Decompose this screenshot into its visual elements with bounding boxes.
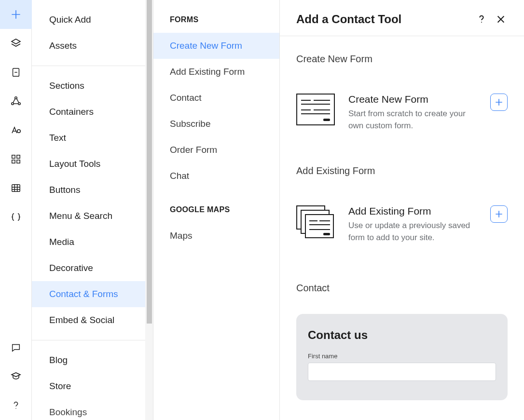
svg-rect-8 xyxy=(16,160,19,163)
rail-data[interactable] xyxy=(0,174,32,203)
contact-preview-field xyxy=(308,363,496,381)
card-desc: Start from scratch to create your own cu… xyxy=(348,108,477,132)
add-create-new-form-button[interactable] xyxy=(490,94,508,111)
apps-icon xyxy=(11,154,21,164)
rail-help[interactable] xyxy=(0,391,32,420)
svg-rect-27 xyxy=(323,233,330,235)
svg-point-3 xyxy=(18,103,20,105)
category-embed-social[interactable]: Embed & Social xyxy=(32,307,153,333)
detail-panel: Add a Contact Tool Create New Form xyxy=(280,0,524,420)
typography-icon xyxy=(10,124,22,136)
card-desc: Use or update a previously saved form to… xyxy=(348,220,477,244)
svg-point-11 xyxy=(481,22,482,23)
sub-contact[interactable]: Contact xyxy=(153,85,279,111)
question-icon xyxy=(11,400,21,411)
rail-share[interactable] xyxy=(0,87,32,116)
category-store[interactable]: Store xyxy=(32,373,153,399)
svg-rect-6 xyxy=(16,155,19,158)
rail-typography[interactable] xyxy=(0,116,32,145)
rail-learn[interactable] xyxy=(0,362,32,391)
add-existing-form-button[interactable] xyxy=(490,205,508,223)
svg-rect-5 xyxy=(12,155,14,158)
category-decorative[interactable]: Decorative xyxy=(32,255,153,281)
help-button[interactable] xyxy=(475,13,488,26)
rail-pages[interactable] xyxy=(0,58,32,87)
svg-rect-19 xyxy=(323,119,330,121)
svg-point-10 xyxy=(15,408,16,408)
card-title: Add Existing Form xyxy=(348,205,477,217)
layers-icon xyxy=(10,38,22,49)
sub-add-existing-form[interactable]: Add Existing Form xyxy=(153,59,279,85)
sub-subscribe[interactable]: Subscribe xyxy=(153,111,279,137)
existing-form-thumbnail-icon xyxy=(296,205,335,237)
share-icon xyxy=(10,95,22,107)
rail-chat[interactable] xyxy=(0,333,32,362)
contact-form-preview[interactable]: Contact us First name xyxy=(296,314,508,400)
section-title-existing: Add Existing Form xyxy=(296,165,508,176)
category-contact-forms[interactable]: Contact & Forms xyxy=(32,281,153,307)
sub-order-form[interactable]: Order Form xyxy=(153,137,279,163)
scrollbar[interactable] xyxy=(145,0,153,420)
plus-icon xyxy=(10,8,22,21)
icon-rail xyxy=(0,0,32,420)
svg-rect-9 xyxy=(12,185,20,192)
sub-chat[interactable]: Chat xyxy=(153,163,279,189)
rail-layers[interactable] xyxy=(0,29,32,58)
card-add-existing-form: Add Existing Form Use or update a previo… xyxy=(296,205,508,244)
sub-heading-forms: FORMS xyxy=(153,15,279,33)
category-containers[interactable]: Containers xyxy=(32,99,153,125)
category-sections[interactable]: Sections xyxy=(32,73,153,99)
close-button[interactable] xyxy=(494,13,508,26)
section-title-contact: Contact xyxy=(296,283,508,294)
svg-rect-7 xyxy=(12,160,14,163)
section-title-create: Create New Form xyxy=(296,54,508,65)
learn-icon xyxy=(10,371,22,382)
sub-create-new-form[interactable]: Create New Form xyxy=(153,33,279,59)
plus-icon xyxy=(494,209,504,219)
chat-icon xyxy=(11,342,21,353)
sub-heading-google-maps: GOOGLE MAPS xyxy=(153,189,279,223)
sub-maps[interactable]: Maps xyxy=(153,223,279,249)
category-bookings[interactable]: Bookings xyxy=(32,399,153,420)
category-blog[interactable]: Blog xyxy=(32,347,153,373)
svg-point-2 xyxy=(11,103,13,105)
contact-preview-label: First name xyxy=(308,352,496,360)
category-buttons[interactable]: Buttons xyxy=(32,177,153,203)
detail-header: Add a Contact Tool xyxy=(280,0,524,36)
category-quick-add[interactable]: Quick Add xyxy=(32,7,153,33)
table-icon xyxy=(11,183,21,193)
category-layout-tools[interactable]: Layout Tools xyxy=(32,151,153,177)
category-media[interactable]: Media xyxy=(32,229,153,255)
card-title: Create New Form xyxy=(348,94,477,105)
card-create-new-form: Create New Form Start from scratch to cr… xyxy=(296,94,508,132)
rail-apps[interactable] xyxy=(0,145,32,174)
rail-code[interactable] xyxy=(0,203,32,231)
contact-preview-heading: Contact us xyxy=(308,328,496,342)
category-assets[interactable]: Assets xyxy=(32,33,153,59)
page-icon xyxy=(11,67,21,78)
scrollbar-thumb[interactable] xyxy=(147,0,152,324)
category-menu-search[interactable]: Menu & Search xyxy=(32,203,153,229)
question-icon xyxy=(476,14,487,25)
form-thumbnail-icon xyxy=(296,94,335,125)
code-icon xyxy=(10,211,22,223)
rail-add[interactable] xyxy=(0,0,32,29)
subcategory-panel: FORMS Create New Form Add Existing Form … xyxy=(153,0,280,420)
close-icon xyxy=(496,14,506,25)
plus-icon xyxy=(494,97,504,107)
panel-title: Add a Contact Tool xyxy=(296,13,469,26)
category-panel: Quick Add Assets Sections Containers Tex… xyxy=(32,0,153,420)
svg-point-4 xyxy=(17,130,20,133)
category-text[interactable]: Text xyxy=(32,125,153,151)
